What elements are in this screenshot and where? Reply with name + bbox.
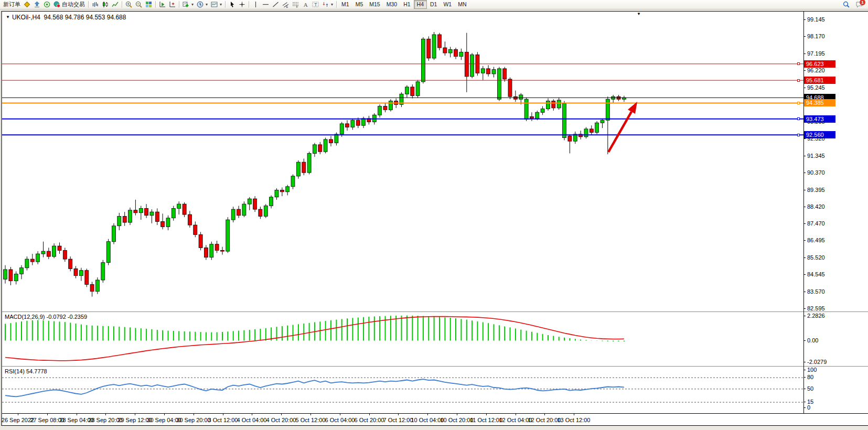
price-axis-label: 89.395 [807, 187, 825, 193]
fibonacci-icon[interactable]: F [291, 1, 301, 9]
quote-close: 94.688 [107, 14, 126, 21]
price-level-badge: 94.385 [804, 99, 835, 106]
timeframe-h4-button[interactable]: H4 [414, 0, 427, 9]
chevron-down-icon[interactable]: ▾ [191, 2, 194, 7]
rsi-axis-label: 80 [807, 374, 813, 380]
zoom-in-icon[interactable] [124, 1, 134, 9]
timeframe-m1-button[interactable]: M1 [338, 0, 352, 9]
timeframe-h1-button[interactable]: H1 [400, 0, 413, 9]
chevron-down-icon[interactable]: ▾ [331, 2, 333, 7]
price-level-badge: 96.623 [804, 60, 835, 68]
chart-title: ▼UKOil-,H4 94.568 94.786 94.553 94.688 [6, 14, 126, 21]
svg-text:T: T [314, 2, 317, 7]
publish-icon[interactable] [32, 1, 42, 9]
autotrade-button[interactable]: 自动交易 [52, 1, 87, 9]
chevron-down-icon[interactable]: ▾ [220, 2, 222, 7]
line-handle-marker[interactable] [797, 102, 800, 104]
toolbar-separator [225, 1, 226, 8]
macd-plot[interactable] [2, 313, 803, 366]
timeframe-mn-button[interactable]: MN [455, 0, 469, 9]
chart-shift-icon[interactable] [167, 1, 177, 9]
line-handle-marker[interactable] [797, 79, 800, 82]
time-axis-tick [398, 414, 399, 415]
timeframe-m15-button[interactable]: M15 [366, 0, 383, 9]
arrows-tool-icon[interactable]: ▾ [320, 1, 335, 9]
time-axis-tick [369, 414, 370, 415]
periods-button[interactable]: ▾ [195, 1, 209, 9]
charts-icon[interactable] [22, 1, 32, 9]
crosshair-icon[interactable] [237, 1, 247, 9]
trendline-icon[interactable] [271, 1, 281, 9]
vertical-line-icon[interactable] [251, 1, 261, 9]
rsi-plot[interactable] [2, 367, 803, 413]
notifications-button[interactable]: 1 [854, 1, 864, 9]
autotrade-icon [53, 1, 60, 8]
rsi-value: 54.7778 [26, 368, 47, 374]
time-axis-label: 4 Oct 20:00 [266, 417, 296, 423]
timeframe-m5-button[interactable]: M5 [352, 0, 367, 9]
search-button[interactable] [841, 1, 851, 9]
crosshair-icon-icon [239, 1, 245, 8]
price-level-badge: 93.473 [804, 115, 835, 123]
trend-arrow-head [628, 102, 637, 114]
line-handle-marker[interactable] [797, 62, 800, 65]
timeframe-w1-button[interactable]: W1 [440, 0, 455, 9]
scroll-to-end-marker[interactable]: ▼ [637, 12, 641, 16]
chevron-down-icon[interactable]: ▾ [206, 2, 208, 7]
price-axis-label: 87.470 [807, 220, 825, 227]
new-order-button[interactable]: 新订单 [2, 1, 22, 9]
line-handle-marker[interactable] [797, 134, 800, 136]
time-axis-tick [47, 414, 48, 415]
rsi-panel[interactable]: RSI(14) 54.7778 1008050150 [2, 367, 868, 413]
line-chart-icon[interactable] [110, 1, 120, 9]
time-axis-tick [427, 414, 428, 415]
candlestick-chart-icon[interactable] [100, 1, 110, 9]
text-tool-icon[interactable]: A [301, 1, 310, 9]
timeframe-d1-button[interactable]: D1 [427, 0, 440, 9]
chart-shift-icon-icon [169, 1, 176, 8]
label-tool-icon[interactable]: T [310, 1, 320, 9]
bar-chart-icon-icon [92, 1, 99, 8]
time-axis-label: 13 Oct 12:00 [558, 417, 591, 423]
time-axis-label: 6 Oct 20:00 [355, 417, 384, 423]
time-axis-tick [194, 414, 194, 415]
horizontal-line-icon[interactable] [261, 1, 271, 9]
zoom-out-icon-icon [135, 1, 142, 8]
line-chart-icon-icon [112, 1, 119, 8]
time-axis-tick [223, 414, 223, 415]
cursor-icon-icon [229, 1, 235, 8]
price-axis-label: 96.220 [807, 67, 825, 73]
price-chart-plot[interactable] [2, 12, 803, 311]
macd-panel[interactable]: MACD(12,26,9) -0.0792 -0.2359 2.28260.00… [2, 313, 868, 366]
chart-symbol-period: UKOil-,H4 [12, 14, 40, 21]
main-toolbar: 新订单自动交易▾▾▾EFAT▾M1M5M15M30H1H4D1W1MN1 [0, 0, 868, 9]
time-axis-tick [252, 414, 252, 415]
signals-icon[interactable] [42, 1, 52, 9]
autotrade-button-label: 自动交易 [62, 1, 85, 8]
new-chart-icon [183, 1, 189, 8]
time-axis-label: 26 Sep 2022 [2, 417, 34, 423]
quote-low: 94.553 [86, 14, 105, 21]
bar-chart-icon[interactable] [90, 1, 100, 9]
time-axis-tick [18, 414, 18, 415]
candlestick-chart-icon-icon [102, 1, 109, 8]
rsi-axis-label: 0 [807, 404, 810, 411]
charts-icon-icon [24, 1, 30, 8]
time-axis-label: 7 Oct 12:00 [383, 417, 413, 423]
channel-icon[interactable]: E [281, 1, 291, 9]
templates-button[interactable]: ▾ [209, 1, 223, 9]
new-chart-button[interactable]: ▾ [181, 1, 195, 9]
time-axis-tick [516, 414, 516, 415]
auto-scroll-icon-icon [159, 1, 166, 8]
line-handle-marker[interactable] [797, 117, 800, 120]
cursor-icon[interactable] [227, 1, 237, 9]
zoom-out-icon[interactable] [134, 1, 144, 9]
trendline-icon-icon [272, 1, 279, 8]
price-chart-panel[interactable]: 99.14598.17097.19596.22095.24594.27093.2… [2, 12, 868, 311]
time-axis[interactable]: 26 Sep 202227 Sep 08:0028 Sep 04:0028 Se… [2, 413, 868, 425]
timeframe-m30-button[interactable]: M30 [383, 0, 400, 9]
chevron-down-icon[interactable]: ▼ [6, 15, 10, 19]
tile-windows-icon[interactable] [144, 1, 154, 9]
auto-scroll-icon[interactable] [157, 1, 167, 9]
macd-label: MACD(12,26,9) -0.0792 -0.2359 [5, 314, 87, 320]
